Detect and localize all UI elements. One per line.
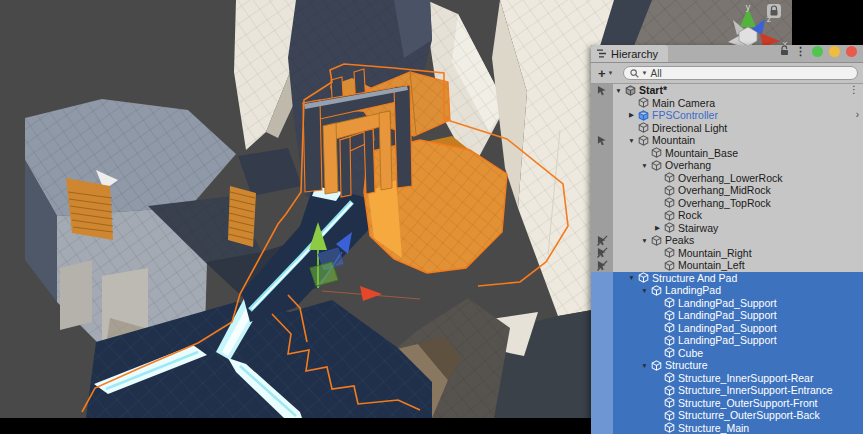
traffic-light-red[interactable]	[846, 46, 857, 57]
search-icon	[630, 69, 639, 78]
indent	[613, 340, 652, 341]
row-label: Cube	[675, 347, 703, 359]
pick-toggle[interactable]	[591, 97, 613, 110]
hierarchy-row-overhang-midrock[interactable]: Overhang_MidRock	[591, 184, 863, 197]
scene-lock-icon[interactable]	[767, 4, 781, 18]
tab-hierarchy[interactable]: Hierarchy	[591, 45, 668, 62]
pick-toggle[interactable]	[591, 147, 613, 160]
hierarchy-row-structure-outersupport-front[interactable]: Structure_OuterSupport-Front	[591, 397, 863, 410]
hierarchy-row-directional-light[interactable]: Directional Light	[591, 122, 863, 135]
hierarchy-panel: Hierarchy ⋮ + ▼ ▼ All ▼ S	[591, 45, 863, 434]
hierarchy-row-structure[interactable]: ▼ Structure	[591, 359, 863, 372]
indent	[613, 202, 652, 203]
pick-toggle[interactable]	[591, 259, 613, 272]
pick-toggle[interactable]	[591, 359, 613, 372]
pick-toggle[interactable]	[591, 159, 613, 172]
traffic-light-yellow[interactable]	[829, 46, 840, 57]
row-label: Overhang_TopRock	[675, 197, 771, 209]
add-button[interactable]: + ▼	[596, 66, 616, 81]
pick-toggle[interactable]	[591, 109, 613, 122]
pick-toggle[interactable]	[591, 122, 613, 135]
hierarchy-row-landingpad-support[interactable]: LandingPad_Support	[591, 322, 863, 335]
expand-arrow-icon[interactable]: ▶	[626, 111, 637, 119]
pick-toggle[interactable]	[591, 172, 613, 185]
gameobject-icon	[650, 147, 662, 159]
pick-toggle[interactable]	[591, 409, 613, 422]
pick-toggle[interactable]	[591, 222, 613, 235]
expand-arrow-icon[interactable]: ▼	[639, 362, 650, 369]
pick-toggle[interactable]	[591, 234, 613, 247]
hierarchy-row-structure-innersupport-entrance[interactable]: Structure_InnerSupport-Entrance	[591, 384, 863, 397]
hierarchy-row-landingpad-support[interactable]: LandingPad_Support	[591, 297, 863, 310]
hierarchy-row-landingpad-support[interactable]: LandingPad_Support	[591, 309, 863, 322]
gameobject-icon	[663, 397, 675, 409]
indent	[613, 315, 652, 316]
hierarchy-row-cube[interactable]: Cube	[591, 347, 863, 360]
scene-options-icon[interactable]: ⋮	[849, 85, 859, 95]
expand-arrow-icon[interactable]: ▼	[613, 87, 624, 94]
hierarchy-row-stairway[interactable]: ▶ Stairway	[591, 222, 863, 235]
pick-toggle[interactable]	[591, 184, 613, 197]
gameobject-icon	[663, 409, 675, 421]
expand-arrow-icon[interactable]: ▼	[639, 287, 650, 294]
pick-toggle[interactable]	[591, 84, 613, 97]
expand-arrow-icon[interactable]: ▼	[626, 137, 637, 144]
gameobject-icon	[663, 297, 675, 309]
hierarchy-row-landingpad[interactable]: ▼ LandingPad	[591, 284, 863, 297]
hierarchy-row-start-[interactable]: ▼ Start* ⋮	[591, 84, 863, 97]
indent	[613, 365, 639, 366]
indent	[613, 127, 626, 128]
hierarchy-row-overhang-lowerrock[interactable]: Overhang_LowerRock	[591, 172, 863, 185]
row-label: Stairway	[675, 222, 718, 234]
prefab-chevron-icon[interactable]: ›	[856, 110, 859, 120]
pick-toggle[interactable]	[591, 272, 613, 285]
hierarchy-titlebar: Hierarchy ⋮	[591, 45, 863, 63]
hierarchy-row-fpscontroller[interactable]: ▶ FPSController ›	[591, 109, 863, 122]
expand-arrow-icon[interactable]: ▼	[639, 237, 650, 244]
indent	[613, 277, 626, 278]
axis-y-label: y	[746, 2, 751, 12]
expand-arrow-icon[interactable]: ▼	[626, 274, 637, 281]
indent	[613, 102, 626, 103]
pick-toggle[interactable]	[591, 422, 613, 434]
indent	[613, 290, 639, 291]
hierarchy-row-structurre-outersupport-back[interactable]: Structurre_OuterSupport-Back	[591, 409, 863, 422]
traffic-light-green[interactable]	[812, 46, 823, 57]
hierarchy-row-overhang-toprock[interactable]: Overhang_TopRock	[591, 197, 863, 210]
search-value: All	[651, 68, 662, 79]
pick-toggle[interactable]	[591, 209, 613, 222]
indent	[613, 390, 652, 391]
hierarchy-row-mountain-right[interactable]: Mountain_Right	[591, 247, 863, 260]
pick-toggle[interactable]	[591, 284, 613, 297]
hierarchy-row-mountain-left[interactable]: Mountain_Left	[591, 259, 863, 272]
pick-toggle[interactable]	[591, 322, 613, 335]
pick-toggle[interactable]	[591, 197, 613, 210]
hierarchy-row-structure-main[interactable]: Structure_Main	[591, 422, 863, 434]
hierarchy-row-main-camera[interactable]: Main Camera	[591, 97, 863, 110]
hierarchy-row-peaks[interactable]: ▼ Peaks	[591, 234, 863, 247]
lock-icon[interactable]	[780, 42, 789, 60]
pick-toggle[interactable]	[591, 397, 613, 410]
pick-toggle[interactable]	[591, 384, 613, 397]
hierarchy-row-landingpad-support[interactable]: LandingPad_Support	[591, 334, 863, 347]
row-label: Structure_Main	[675, 422, 749, 434]
pick-toggle[interactable]	[591, 334, 613, 347]
search-filter-caret-icon: ▼	[642, 70, 648, 76]
hierarchy-row-overhang[interactable]: ▼ Overhang	[591, 159, 863, 172]
pick-toggle[interactable]	[591, 247, 613, 260]
hierarchy-row-mountain-base[interactable]: Mountain_Base	[591, 147, 863, 160]
hierarchy-row-structure-and-pad[interactable]: ▼ Structure And Pad	[591, 272, 863, 285]
pick-toggle[interactable]	[591, 372, 613, 385]
row-label: Structure_OuterSupport-Front	[675, 397, 817, 409]
expand-arrow-icon[interactable]: ▼	[639, 162, 650, 169]
expand-arrow-icon[interactable]: ▶	[652, 224, 663, 232]
pick-toggle[interactable]	[591, 347, 613, 360]
hierarchy-row-mountain[interactable]: ▼ Mountain	[591, 134, 863, 147]
hierarchy-row-structure-innersupport-rear[interactable]: Structure_InnerSupport-Rear	[591, 372, 863, 385]
pick-toggle[interactable]	[591, 297, 613, 310]
search-input[interactable]: ▼ All	[623, 66, 858, 80]
pick-toggle[interactable]	[591, 134, 613, 147]
pick-toggle[interactable]	[591, 309, 613, 322]
panel-menu-icon[interactable]: ⋮	[795, 46, 806, 56]
hierarchy-row-rock[interactable]: Rock	[591, 209, 863, 222]
